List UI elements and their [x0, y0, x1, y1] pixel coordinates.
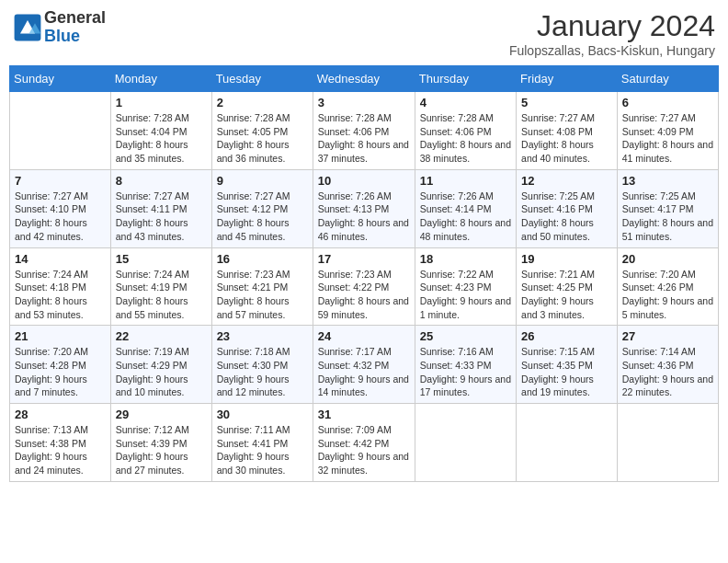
day-info: Sunrise: 7:27 AMSunset: 4:08 PMDaylight:…	[521, 111, 612, 166]
day-cell: 14Sunrise: 7:24 AMSunset: 4:18 PMDayligh…	[10, 247, 111, 326]
day-info: Sunrise: 7:17 AMSunset: 4:32 PMDaylight:…	[318, 345, 410, 399]
day-number: 27	[622, 329, 713, 343]
day-number: 11	[420, 174, 511, 188]
day-cell: 25Sunrise: 7:16 AMSunset: 4:33 PMDayligh…	[415, 326, 516, 404]
day-number: 5	[521, 96, 612, 109]
title-block: January 2024 Fulopszallas, Bacs-Kiskun, …	[509, 9, 715, 58]
day-info: Sunrise: 7:11 AMSunset: 4:41 PMDaylight:…	[217, 423, 308, 477]
day-cell: 15Sunrise: 7:24 AMSunset: 4:19 PMDayligh…	[110, 247, 211, 326]
day-number: 7	[15, 174, 106, 188]
month-title: January 2024	[509, 9, 715, 43]
day-number: 21	[15, 329, 106, 343]
day-info: Sunrise: 7:28 AMSunset: 4:05 PMDaylight:…	[217, 111, 308, 166]
day-info: Sunrise: 7:13 AMSunset: 4:38 PMDaylight:…	[15, 423, 106, 477]
day-cell: 21Sunrise: 7:20 AMSunset: 4:28 PMDayligh…	[10, 326, 111, 404]
day-number: 24	[318, 329, 410, 343]
calendar-table: SundayMondayTuesdayWednesdayThursdayFrid…	[9, 65, 719, 482]
week-row-2: 14Sunrise: 7:24 AMSunset: 4:18 PMDayligh…	[10, 247, 719, 326]
header-thursday: Thursday	[415, 66, 516, 92]
header-monday: Monday	[110, 66, 211, 92]
header-friday: Friday	[517, 66, 618, 92]
day-info: Sunrise: 7:18 AMSunset: 4:30 PMDaylight:…	[217, 345, 308, 399]
day-info: Sunrise: 7:14 AMSunset: 4:36 PMDaylight:…	[622, 345, 713, 399]
week-row-3: 21Sunrise: 7:20 AMSunset: 4:28 PMDayligh…	[10, 326, 719, 404]
day-number: 28	[15, 408, 106, 421]
day-cell: 13Sunrise: 7:25 AMSunset: 4:17 PMDayligh…	[617, 169, 718, 247]
day-info: Sunrise: 7:24 AMSunset: 4:18 PMDaylight:…	[15, 268, 106, 322]
day-info: Sunrise: 7:28 AMSunset: 4:06 PMDaylight:…	[420, 111, 511, 166]
day-cell: 10Sunrise: 7:26 AMSunset: 4:13 PMDayligh…	[313, 169, 415, 247]
day-info: Sunrise: 7:16 AMSunset: 4:33 PMDaylight:…	[420, 345, 511, 399]
day-number: 12	[521, 174, 612, 188]
day-cell: 18Sunrise: 7:22 AMSunset: 4:23 PMDayligh…	[415, 247, 516, 326]
day-info: Sunrise: 7:22 AMSunset: 4:23 PMDaylight:…	[420, 268, 511, 322]
day-number: 1	[116, 96, 207, 109]
day-cell: 1Sunrise: 7:28 AMSunset: 4:04 PMDaylight…	[110, 92, 211, 170]
day-info: Sunrise: 7:23 AMSunset: 4:22 PMDaylight:…	[318, 268, 410, 322]
day-info: Sunrise: 7:27 AMSunset: 4:12 PMDaylight:…	[217, 190, 308, 244]
day-info: Sunrise: 7:15 AMSunset: 4:35 PMDaylight:…	[521, 345, 612, 399]
day-info: Sunrise: 7:12 AMSunset: 4:39 PMDaylight:…	[116, 423, 207, 477]
day-cell: 28Sunrise: 7:13 AMSunset: 4:38 PMDayligh…	[10, 404, 111, 482]
day-number: 23	[217, 329, 308, 343]
day-cell: 12Sunrise: 7:25 AMSunset: 4:16 PMDayligh…	[517, 169, 618, 247]
day-cell: 6Sunrise: 7:27 AMSunset: 4:09 PMDaylight…	[617, 92, 718, 170]
day-cell: 20Sunrise: 7:20 AMSunset: 4:26 PMDayligh…	[617, 247, 718, 326]
day-info: Sunrise: 7:23 AMSunset: 4:21 PMDaylight:…	[217, 268, 308, 322]
day-cell: 4Sunrise: 7:28 AMSunset: 4:06 PMDaylight…	[415, 92, 516, 170]
day-number: 22	[116, 329, 207, 343]
day-cell: 3Sunrise: 7:28 AMSunset: 4:06 PMDaylight…	[313, 92, 415, 170]
header-sunday: Sunday	[10, 66, 111, 92]
day-cell: 19Sunrise: 7:21 AMSunset: 4:25 PMDayligh…	[517, 247, 618, 326]
day-cell	[10, 92, 111, 170]
calendar-header-row: SundayMondayTuesdayWednesdayThursdayFrid…	[10, 66, 719, 92]
day-info: Sunrise: 7:25 AMSunset: 4:16 PMDaylight:…	[521, 190, 612, 244]
day-number: 26	[521, 329, 612, 343]
day-number: 16	[217, 252, 308, 266]
week-row-1: 7Sunrise: 7:27 AMSunset: 4:10 PMDaylight…	[10, 169, 719, 247]
day-number: 4	[420, 96, 511, 109]
day-cell: 30Sunrise: 7:11 AMSunset: 4:41 PMDayligh…	[211, 404, 313, 482]
logo-general: General	[44, 8, 106, 27]
day-cell: 23Sunrise: 7:18 AMSunset: 4:30 PMDayligh…	[211, 326, 313, 404]
day-number: 9	[217, 174, 308, 188]
day-cell: 22Sunrise: 7:19 AMSunset: 4:29 PMDayligh…	[110, 326, 211, 404]
header-tuesday: Tuesday	[211, 66, 313, 92]
day-info: Sunrise: 7:20 AMSunset: 4:26 PMDaylight:…	[622, 268, 713, 322]
logo-blue: Blue	[44, 27, 80, 45]
day-number: 10	[318, 174, 410, 188]
day-info: Sunrise: 7:24 AMSunset: 4:19 PMDaylight:…	[116, 268, 207, 322]
day-number: 6	[622, 96, 713, 109]
day-number: 18	[420, 252, 511, 266]
day-cell: 11Sunrise: 7:26 AMSunset: 4:14 PMDayligh…	[415, 169, 516, 247]
logo: General Blue	[13, 9, 106, 46]
day-cell	[415, 404, 516, 482]
day-cell: 31Sunrise: 7:09 AMSunset: 4:42 PMDayligh…	[313, 404, 415, 482]
day-info: Sunrise: 7:25 AMSunset: 4:17 PMDaylight:…	[622, 190, 713, 244]
day-cell: 16Sunrise: 7:23 AMSunset: 4:21 PMDayligh…	[211, 247, 313, 326]
day-cell: 24Sunrise: 7:17 AMSunset: 4:32 PMDayligh…	[313, 326, 415, 404]
day-cell	[517, 404, 618, 482]
header-wednesday: Wednesday	[313, 66, 415, 92]
day-info: Sunrise: 7:19 AMSunset: 4:29 PMDaylight:…	[116, 345, 207, 399]
day-cell	[617, 404, 718, 482]
day-number: 29	[116, 408, 207, 421]
day-cell: 8Sunrise: 7:27 AMSunset: 4:11 PMDaylight…	[110, 169, 211, 247]
day-info: Sunrise: 7:26 AMSunset: 4:14 PMDaylight:…	[420, 190, 511, 244]
day-cell: 26Sunrise: 7:15 AMSunset: 4:35 PMDayligh…	[517, 326, 618, 404]
week-row-4: 28Sunrise: 7:13 AMSunset: 4:38 PMDayligh…	[10, 404, 719, 482]
header-saturday: Saturday	[617, 66, 718, 92]
day-info: Sunrise: 7:20 AMSunset: 4:28 PMDaylight:…	[15, 345, 106, 399]
day-number: 15	[116, 252, 207, 266]
day-info: Sunrise: 7:26 AMSunset: 4:13 PMDaylight:…	[318, 190, 410, 244]
day-number: 8	[116, 174, 207, 188]
day-cell: 9Sunrise: 7:27 AMSunset: 4:12 PMDaylight…	[211, 169, 313, 247]
day-info: Sunrise: 7:28 AMSunset: 4:06 PMDaylight:…	[318, 111, 410, 166]
day-info: Sunrise: 7:27 AMSunset: 4:11 PMDaylight:…	[116, 190, 207, 244]
day-cell: 2Sunrise: 7:28 AMSunset: 4:05 PMDaylight…	[211, 92, 313, 170]
day-info: Sunrise: 7:21 AMSunset: 4:25 PMDaylight:…	[521, 268, 612, 322]
day-cell: 7Sunrise: 7:27 AMSunset: 4:10 PMDaylight…	[10, 169, 111, 247]
day-cell: 17Sunrise: 7:23 AMSunset: 4:22 PMDayligh…	[313, 247, 415, 326]
day-number: 20	[622, 252, 713, 266]
day-number: 19	[521, 252, 612, 266]
